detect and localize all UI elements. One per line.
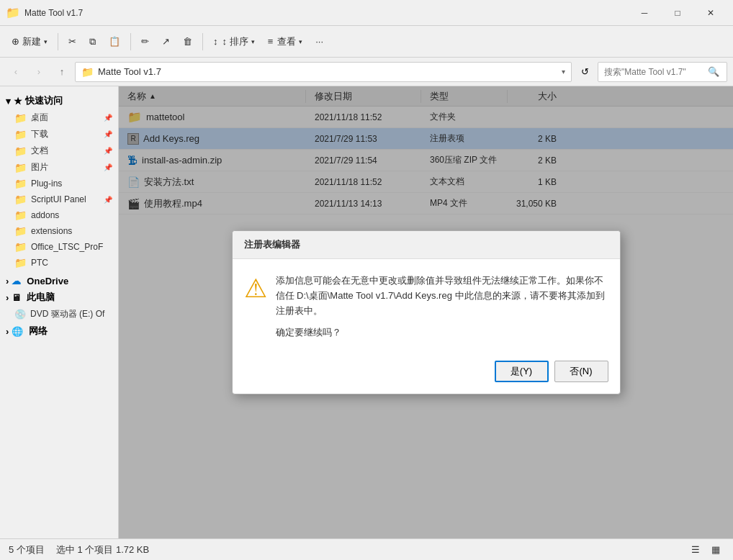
address-folder-icon: 📁 <box>81 66 94 78</box>
address-text: Matte Tool v1.7 <box>98 66 557 77</box>
more-icon: ··· <box>315 36 323 47</box>
dialog-buttons: 是(Y) 否(N) <box>233 355 620 394</box>
delete-button[interactable]: 🗑 <box>177 33 198 50</box>
new-dropdown-icon: ▾ <box>44 38 48 45</box>
sidebar-item-addons[interactable]: 📁 addons <box>0 207 118 223</box>
toolbar-separator-3 <box>202 33 203 50</box>
folder-icon: 📁 <box>14 241 27 253</box>
rename-button[interactable]: ✏ <box>135 33 155 50</box>
folder-icon: 📁 <box>14 145 27 157</box>
status-count: 5 个项目 <box>9 543 45 556</box>
dialog-content: 添加信息可能会在无意中更改或删除值并导致组件无法继续正常工作。如果你不信任 D:… <box>276 274 608 340</box>
folder-icon: 📁 <box>14 194 27 205</box>
quick-access-header[interactable]: ▾ ★ 快速访问 <box>0 92 118 109</box>
sidebar-item-dvd[interactable]: 💿 DVD 驱动器 (E:) Of <box>0 306 118 322</box>
pin-icon: 📌 <box>104 147 112 155</box>
share-button[interactable]: ↗ <box>156 33 176 50</box>
dialog-confirm: 确定要继续吗？ <box>276 325 608 340</box>
sort-button[interactable]: ↕ ↕ 排序 ▾ <box>207 32 261 51</box>
sidebar-item-extensions[interactable]: 📁 extensions <box>0 223 118 239</box>
minimize-button[interactable]: ─ <box>628 0 661 26</box>
sidebar-item-documents[interactable]: 📁 文档 📌 <box>0 143 118 159</box>
sort-dropdown-icon: ▾ <box>251 38 255 45</box>
pin-icon: 📌 <box>104 163 112 171</box>
toolbar-separator-2 <box>130 33 131 50</box>
share-icon: ↗ <box>162 36 170 47</box>
paste-icon: 📋 <box>109 36 120 47</box>
onedrive-header[interactable]: › ☁ OneDrive <box>0 274 118 289</box>
network-header[interactable]: › 🌐 网络 <box>0 322 118 340</box>
view-list-button[interactable]: ☰ <box>687 541 704 559</box>
sidebar-item-desktop[interactable]: 📁 桌面 📌 <box>0 109 118 126</box>
dialog-overlay: 注册表编辑器 ⚠ 添加信息可能会在无意中更改或删除值并导致组件无法继续正常工作。… <box>119 86 733 538</box>
refresh-button[interactable]: ↺ <box>575 62 595 82</box>
view-dropdown-icon: ▾ <box>299 38 302 45</box>
pin-icon: 📌 <box>104 114 112 122</box>
folder-icon: 📁 <box>14 162 27 173</box>
file-list: 名称 ▲ 修改日期 类型 大小 📁 mattetool 2021/11/18 1… <box>119 86 733 538</box>
address-dropdown-icon[interactable]: ▾ <box>562 68 565 76</box>
expand-arrow-icon: › <box>6 292 9 303</box>
rename-icon: ✏ <box>141 36 149 47</box>
yes-button[interactable]: 是(Y) <box>495 361 549 382</box>
copy-button[interactable]: ⧉ <box>84 33 102 50</box>
sort-icon: ↕ <box>213 36 218 47</box>
more-button[interactable]: ··· <box>310 33 329 50</box>
search-input[interactable] <box>604 67 705 77</box>
thispc-header[interactable]: › 🖥 此电脑 <box>0 289 118 306</box>
sidebar-item-downloads[interactable]: 📁 下载 📌 <box>0 126 118 143</box>
titlebar: 📁 Matte Tool v1.7 ─ □ ✕ <box>0 0 733 26</box>
registry-dialog: 注册表编辑器 ⚠ 添加信息可能会在无意中更改或删除值并导致组件无法继续正常工作。… <box>232 230 621 394</box>
dialog-title: 注册表编辑器 <box>233 231 620 259</box>
main-area: ▾ ★ 快速访问 📁 桌面 📌 📁 下载 📌 📁 文档 📌 📁 图 <box>0 86 733 538</box>
expand-arrow-icon: › <box>6 326 9 337</box>
dvd-icon: 💿 <box>14 309 26 320</box>
address-bar[interactable]: 📁 Matte Tool v1.7 ▾ <box>75 62 572 82</box>
quick-access-icon: ★ <box>14 96 22 107</box>
sidebar-item-pictures[interactable]: 📁 图片 📌 <box>0 159 118 176</box>
expand-arrow-icon: ▾ <box>6 96 11 107</box>
folder-icon: 📁 <box>14 129 27 140</box>
statusbar-right: ☰ ▦ <box>687 541 724 559</box>
warning-icon: ⚠ <box>244 274 267 340</box>
sidebar-item-office[interactable]: 📁 Office_LTSC_ProF <box>0 239 118 255</box>
cloud-icon: ☁ <box>12 276 21 286</box>
folder-icon: 📁 <box>14 225 27 237</box>
network-icon: 🌐 <box>12 326 23 337</box>
copy-icon: ⧉ <box>89 36 96 48</box>
sidebar-item-ptc[interactable]: 📁 PTC <box>0 255 118 271</box>
titlebar-title: Matte Tool v1.7 <box>24 8 628 18</box>
view-grid-button[interactable]: ▦ <box>707 541 724 559</box>
sidebar-item-plugins[interactable]: 📁 Plug-ins <box>0 176 118 191</box>
view-icon: ≡ <box>268 36 274 47</box>
new-button[interactable]: ⊕ 新建 ▾ <box>6 32 53 51</box>
expand-arrow-icon: › <box>6 276 9 286</box>
addressbar: ‹ › ↑ 📁 Matte Tool v1.7 ▾ ↺ 🔍 <box>0 58 733 86</box>
up-button[interactable]: ↑ <box>52 62 72 82</box>
sidebar-item-scriptui[interactable]: 📁 ScriptUI Panel 📌 <box>0 191 118 207</box>
toolbar-separator-1 <box>58 33 58 50</box>
paste-button[interactable]: 📋 <box>103 33 126 50</box>
sidebar: ▾ ★ 快速访问 📁 桌面 📌 📁 下载 📌 📁 文档 📌 📁 图 <box>0 86 119 538</box>
folder-icon: 📁 <box>14 209 27 221</box>
forward-button[interactable]: › <box>29 62 49 82</box>
titlebar-icon: 📁 <box>6 6 20 19</box>
status-selected: 选中 1 个项目 1.72 KB <box>56 543 149 556</box>
view-button[interactable]: ≡ 查看 ▾ <box>262 32 309 51</box>
cut-button[interactable]: ✂ <box>63 33 82 50</box>
dialog-body: ⚠ 添加信息可能会在无意中更改或删除值并导致组件无法继续正常工作。如果你不信任 … <box>233 259 620 355</box>
search-box[interactable]: 🔍 <box>598 62 727 82</box>
pin-icon: 📌 <box>104 196 112 204</box>
dialog-message: 添加信息可能会在无意中更改或删除值并导致组件无法继续正常工作。如果你不信任 D:… <box>276 274 608 318</box>
delete-icon: 🗑 <box>183 36 192 47</box>
folder-icon: 📁 <box>14 257 27 268</box>
toolbar: ⊕ 新建 ▾ ✂ ⧉ 📋 ✏ ↗ 🗑 ↕ ↕ 排序 ▾ ≡ 查看 ▾ ··· <box>0 26 733 58</box>
no-button[interactable]: 否(N) <box>554 361 608 382</box>
new-icon: ⊕ <box>12 36 19 47</box>
close-button[interactable]: ✕ <box>694 0 727 26</box>
maximize-button[interactable]: □ <box>661 0 694 26</box>
folder-icon: 📁 <box>14 112 27 124</box>
back-button[interactable]: ‹ <box>6 62 26 82</box>
pc-icon: 🖥 <box>12 292 21 303</box>
cut-icon: ✂ <box>68 36 76 47</box>
